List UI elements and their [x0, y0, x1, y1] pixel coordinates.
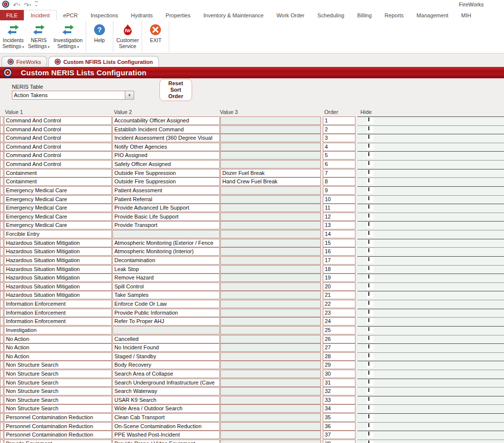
value1-cell[interactable]: Containment — [4, 169, 112, 177]
hide-checkbox[interactable] — [368, 144, 369, 148]
hide-checkbox[interactable] — [368, 353, 369, 357]
value3-cell[interactable]: Dozer Fuel Break — [220, 169, 321, 177]
value3-cell[interactable] — [220, 396, 321, 404]
redo-button[interactable]: ↷▾ — [24, 2, 31, 8]
value1-cell[interactable]: Hazardous Situation Mitigation — [4, 274, 112, 282]
value1-cell[interactable]: Command And Control — [4, 143, 112, 151]
ribbon-tab-management[interactable]: Management — [410, 10, 454, 20]
value3-cell[interactable] — [220, 440, 321, 443]
value2-cell[interactable]: Enforce Code Or Law — [112, 300, 220, 308]
row-selector-cell[interactable] — [0, 404, 3, 413]
order-cell[interactable]: 35 — [323, 413, 355, 422]
row-selector-cell[interactable] — [0, 265, 3, 274]
order-cell[interactable]: 15 — [323, 239, 355, 247]
value1-cell[interactable]: Command And Control — [4, 134, 112, 142]
order-cell[interactable]: 25 — [323, 326, 355, 334]
hide-checkbox[interactable] — [368, 161, 369, 165]
hide-checkbox[interactable] — [368, 414, 369, 418]
value2-cell[interactable]: PIO Assigned — [112, 151, 220, 160]
hide-checkbox[interactable] — [368, 388, 369, 392]
order-cell[interactable]: 1 — [323, 116, 355, 125]
value3-cell[interactable] — [220, 151, 321, 160]
row-selector-cell[interactable] — [0, 247, 3, 256]
value1-cell[interactable]: Non Structure Search — [4, 379, 112, 387]
value3-cell[interactable] — [220, 230, 321, 238]
hide-checkbox[interactable] — [368, 214, 369, 218]
order-cell[interactable]: 9 — [323, 186, 355, 195]
row-selector-cell[interactable] — [0, 195, 3, 204]
value2-cell[interactable]: Accountability Officer Assigned — [112, 116, 220, 125]
hide-checkbox[interactable] — [368, 205, 369, 209]
value3-cell[interactable] — [220, 116, 321, 125]
value3-cell[interactable] — [220, 204, 321, 212]
value3-cell[interactable] — [220, 221, 321, 229]
value2-cell[interactable]: Clean Cab Transport — [112, 413, 220, 422]
value1-cell[interactable]: Emergency Medical Care — [4, 213, 112, 221]
value2-cell[interactable]: Search Area of Collapse — [112, 370, 220, 378]
ribbon-tab-mih[interactable]: MIH — [455, 10, 478, 20]
row-selector-cell[interactable] — [0, 370, 3, 378]
row-selector-cell[interactable] — [0, 335, 3, 343]
value1-cell[interactable]: Non Structure Search — [4, 396, 112, 404]
value2-cell[interactable]: Staged / Standby — [112, 352, 220, 361]
hide-checkbox[interactable] — [368, 432, 369, 436]
value1-cell[interactable]: Non Structure Search — [4, 387, 112, 395]
value2-cell[interactable] — [112, 230, 220, 238]
value2-cell[interactable]: Incident Assessment (360 Degree Visual — [112, 134, 220, 142]
row-selector-cell[interactable] — [0, 309, 3, 317]
value2-cell[interactable]: Remove Hazard — [112, 274, 220, 282]
order-cell[interactable]: 24 — [323, 317, 355, 326]
value3-cell[interactable] — [220, 282, 321, 291]
hide-checkbox[interactable] — [368, 170, 369, 174]
order-cell[interactable]: 33 — [323, 396, 355, 404]
neris-settings-button[interactable]: NERISSettings▾ — [26, 20, 51, 53]
value1-cell[interactable]: Command And Control — [4, 151, 112, 160]
value1-cell[interactable]: Investigation — [4, 326, 112, 334]
value3-cell[interactable] — [220, 300, 321, 308]
order-cell[interactable]: 7 — [323, 169, 355, 177]
ribbon-tab-hydrants[interactable]: Hydrants — [125, 10, 159, 20]
row-selector-cell[interactable] — [0, 387, 3, 395]
value1-cell[interactable]: Non Structure Search — [4, 361, 112, 369]
value2-cell[interactable]: Search Underground Infrastructure (Cave — [112, 379, 220, 387]
value3-cell[interactable]: Hand Crew Fuel Break — [220, 177, 321, 186]
value3-cell[interactable] — [220, 265, 321, 274]
order-cell[interactable]: 29 — [323, 361, 355, 369]
document-tab-fireworks[interactable]: FireWorks — [1, 56, 47, 67]
value1-cell[interactable]: Hazardous Situation Mitigation — [4, 282, 112, 291]
hide-checkbox[interactable] — [368, 240, 369, 244]
value1-cell[interactable]: Personnel Contamination Reduction — [4, 413, 112, 422]
hide-checkbox[interactable] — [368, 152, 369, 156]
value2-cell[interactable]: Take Samples — [112, 291, 220, 299]
value2-cell[interactable]: Spill Control — [112, 282, 220, 291]
row-selector-cell[interactable] — [0, 343, 3, 352]
value2-cell[interactable]: Provide Basic Life Support — [112, 213, 220, 221]
ribbon-tab-scheduling[interactable]: Scheduling — [311, 10, 351, 20]
row-selector-cell[interactable] — [0, 291, 3, 299]
value1-cell[interactable]: Hazardous Situation Mitigation — [4, 291, 112, 299]
order-cell[interactable]: 10 — [323, 195, 355, 204]
value3-cell[interactable] — [220, 422, 321, 431]
order-cell[interactable]: 22 — [323, 300, 355, 308]
ribbon-tab-reports[interactable]: Reports — [378, 10, 410, 20]
row-selector-cell[interactable] — [0, 239, 3, 247]
hide-checkbox[interactable] — [368, 318, 369, 322]
order-cell[interactable]: 11 — [323, 204, 355, 212]
value3-cell[interactable] — [220, 239, 321, 247]
hide-checkbox[interactable] — [368, 292, 369, 296]
row-selector-cell[interactable] — [0, 317, 3, 326]
value2-cell[interactable]: PPE Washed Post-Incident — [112, 431, 220, 439]
exit-button[interactable]: EXIT — [143, 20, 168, 53]
value3-cell[interactable] — [220, 143, 321, 151]
row-selector-cell[interactable] — [0, 326, 3, 334]
incidents-settings-button[interactable]: IncidentsSettings▾ — [0, 20, 26, 53]
row-selector-cell[interactable] — [0, 396, 3, 404]
row-selector-cell[interactable] — [0, 282, 3, 291]
hide-checkbox[interactable] — [368, 301, 369, 305]
value1-cell[interactable]: Command And Control — [4, 125, 112, 134]
value3-cell[interactable] — [220, 335, 321, 343]
order-cell[interactable]: 5 — [323, 151, 355, 160]
order-cell[interactable]: 23 — [323, 309, 355, 317]
order-cell[interactable]: 18 — [323, 265, 355, 274]
value2-cell[interactable]: Provide Transport — [112, 221, 220, 229]
